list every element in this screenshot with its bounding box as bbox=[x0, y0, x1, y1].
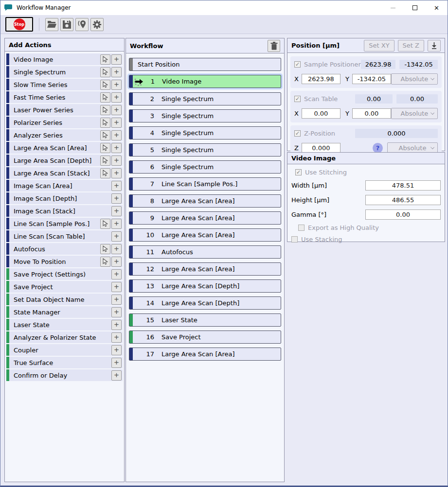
workflow-item-number: 4 bbox=[143, 129, 154, 137]
add-action-button[interactable]: + bbox=[111, 307, 122, 317]
plus-icon: + bbox=[114, 282, 119, 291]
arrow-down-to-bar-icon bbox=[431, 42, 437, 49]
add-action-button[interactable]: + bbox=[111, 92, 122, 103]
add-action-button[interactable]: + bbox=[111, 282, 122, 292]
settings-button[interactable] bbox=[90, 18, 104, 31]
workflow-start-item[interactable]: Start Position bbox=[129, 58, 281, 71]
sample-positioner-checkbox[interactable]: ✓ bbox=[294, 61, 301, 68]
pick-action-button[interactable] bbox=[100, 244, 110, 254]
workflow-item[interactable]: 14 Large Area Scan [Depth] bbox=[129, 296, 281, 310]
add-action-button[interactable]: + bbox=[111, 156, 122, 166]
workflow-item[interactable]: 12 Large Area Scan [Area] bbox=[129, 262, 281, 276]
scan-table-y-input[interactable] bbox=[352, 108, 391, 119]
add-action-item: Laser State + bbox=[6, 319, 123, 330]
set-xy-button[interactable]: Set XY bbox=[364, 40, 394, 52]
add-action-button[interactable]: + bbox=[111, 130, 122, 140]
pick-action-button[interactable] bbox=[100, 156, 110, 166]
add-action-button[interactable]: + bbox=[111, 295, 122, 305]
add-action-button[interactable]: + bbox=[111, 118, 122, 128]
add-action-button[interactable]: + bbox=[111, 80, 122, 90]
workflow-item[interactable]: 10 Large Area Scan [Area] bbox=[129, 228, 281, 242]
pick-action-button[interactable] bbox=[100, 168, 110, 178]
open-file-button[interactable] bbox=[45, 18, 58, 31]
add-action-button[interactable]: + bbox=[111, 332, 122, 343]
workflow-item[interactable]: 7 Line Scan [Sample Pos.] bbox=[129, 177, 281, 191]
add-action-button[interactable]: + bbox=[111, 345, 122, 355]
export-high-quality-checkbox[interactable] bbox=[298, 225, 305, 231]
workflow-item[interactable]: 16 Save Project bbox=[129, 330, 281, 344]
position-pin-button[interactable] bbox=[75, 18, 89, 31]
pick-action-button[interactable] bbox=[100, 257, 110, 267]
sample-positioner-mode-dropdown[interactable]: Absolute bbox=[391, 73, 438, 85]
workflow-item[interactable]: 6 Single Spectrum bbox=[129, 160, 281, 174]
z-position-checkbox[interactable]: ✓ bbox=[294, 130, 301, 137]
pick-action-button[interactable] bbox=[100, 54, 110, 65]
add-action-button[interactable]: + bbox=[111, 206, 122, 216]
sample-positioner-x-input[interactable] bbox=[302, 74, 340, 84]
pick-action-button[interactable] bbox=[100, 67, 110, 77]
stop-button[interactable]: Stop bbox=[5, 17, 33, 32]
action-color-bar bbox=[6, 294, 9, 305]
pick-action-button[interactable] bbox=[100, 219, 110, 229]
use-stacking-checkbox[interactable] bbox=[291, 236, 298, 243]
add-action-button[interactable]: + bbox=[111, 168, 122, 178]
height-input[interactable] bbox=[365, 195, 441, 205]
use-stitching-checkbox[interactable]: ✓ bbox=[295, 169, 302, 175]
pick-action-button[interactable] bbox=[100, 130, 110, 140]
pick-action-button[interactable] bbox=[100, 80, 110, 90]
workflow-item[interactable]: 9 Large Area Scan [Area] bbox=[129, 211, 281, 225]
pick-action-button[interactable] bbox=[100, 92, 110, 103]
move-down-button[interactable] bbox=[428, 40, 441, 52]
add-action-button[interactable]: + bbox=[111, 143, 122, 153]
add-action-item: Line Scan [Scan Table] + bbox=[6, 230, 123, 242]
workflow-item[interactable]: 11 Autofocus bbox=[129, 245, 281, 259]
help-icon[interactable]: ? bbox=[373, 143, 383, 153]
workflow-item[interactable]: 15 Laser State bbox=[129, 313, 281, 327]
cursor-arrow-icon bbox=[102, 144, 108, 151]
z-position-mode-value: Absolute bbox=[399, 144, 427, 152]
workflow-manager-window: Workflow Manager ✕ Stop Add Actions bbox=[0, 0, 448, 487]
close-button[interactable]: ✕ bbox=[426, 0, 448, 15]
add-action-button[interactable]: + bbox=[111, 370, 122, 381]
set-z-button[interactable]: Set Z bbox=[398, 40, 424, 52]
workflow-item[interactable]: 1 Video Image bbox=[129, 75, 281, 88]
add-action-button[interactable]: + bbox=[111, 231, 122, 242]
workflow-item[interactable]: 3 Single Spectrum bbox=[129, 109, 281, 122]
plus-icon: + bbox=[114, 156, 119, 164]
workflow-item[interactable]: 8 Large Area Scan [Area] bbox=[129, 194, 281, 208]
workflow-item-label: Single Spectrum bbox=[161, 146, 214, 154]
workflow-item[interactable]: 17 Large Area Scan [Area] bbox=[129, 348, 281, 361]
scan-table-x-input[interactable] bbox=[302, 108, 340, 119]
pick-action-button[interactable] bbox=[100, 143, 110, 153]
sample-positioner-y-input[interactable] bbox=[352, 74, 391, 84]
workflow-item[interactable]: 13 Large Area Scan [Depth] bbox=[129, 279, 281, 293]
add-action-button[interactable]: + bbox=[111, 320, 122, 330]
workflow-item[interactable]: 2 Single Spectrum bbox=[129, 92, 281, 105]
add-action-button[interactable]: + bbox=[111, 67, 122, 77]
add-action-button[interactable]: + bbox=[111, 257, 122, 267]
save-button[interactable] bbox=[60, 18, 73, 31]
workflow-item[interactable]: 5 Single Spectrum bbox=[129, 143, 281, 157]
add-action-button[interactable]: + bbox=[111, 358, 122, 368]
add-action-button[interactable]: + bbox=[111, 219, 122, 229]
add-action-button[interactable]: + bbox=[111, 193, 122, 204]
maximize-button[interactable] bbox=[404, 0, 426, 15]
minimize-button[interactable] bbox=[382, 0, 404, 15]
workflow-item[interactable]: 4 Single Spectrum bbox=[129, 126, 281, 139]
clear-workflow-button[interactable] bbox=[268, 40, 280, 52]
scan-table-mode-dropdown[interactable]: Absolute bbox=[391, 108, 438, 119]
add-action-button[interactable]: + bbox=[111, 181, 122, 191]
width-label: Width [µm] bbox=[291, 182, 365, 189]
width-input[interactable] bbox=[365, 180, 441, 191]
z-position-input[interactable] bbox=[302, 143, 340, 153]
add-action-button[interactable]: + bbox=[111, 269, 122, 279]
scan-table-checkbox[interactable]: ✓ bbox=[294, 96, 301, 102]
add-action-button[interactable]: + bbox=[111, 54, 122, 65]
gamma-input[interactable] bbox=[365, 209, 441, 220]
window-title: Workflow Manager bbox=[17, 4, 71, 11]
add-action-button[interactable]: + bbox=[111, 105, 122, 115]
add-action-button[interactable]: + bbox=[111, 244, 122, 254]
pick-action-button[interactable] bbox=[100, 118, 110, 128]
workflow-item-label: Line Scan [Sample Pos.] bbox=[161, 180, 237, 188]
pick-action-button[interactable] bbox=[100, 105, 110, 115]
